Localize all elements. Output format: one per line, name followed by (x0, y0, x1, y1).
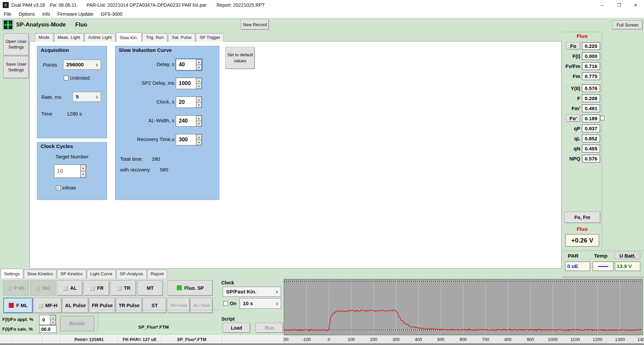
spin-down-icon[interactable]: ▼ (196, 102, 202, 108)
open-user-settings-button[interactable]: Open User Settings (3, 33, 29, 56)
view-tab-slow-kinetics[interactable]: Slow Kinetics (24, 270, 56, 278)
spin-buttons[interactable]: ▲▼ (196, 97, 202, 108)
recalc-button[interactable]: Recalc (60, 316, 94, 331)
sp2-delay-ms-input[interactable]: 1000▲▼ (176, 78, 202, 89)
fluo-signal-section: Fluo +0.26 V (562, 223, 602, 251)
tab-mode[interactable]: Mode (35, 33, 53, 42)
view-tab-settings[interactable]: Settings (1, 269, 23, 278)
spin-up-icon[interactable]: ▲ (50, 315, 56, 320)
fluo-row-fm: Fm'0.491 (562, 103, 602, 113)
fo-button[interactable]: Fo (566, 42, 580, 50)
infinite-checkbox[interactable]: ✓ (56, 186, 61, 190)
chevron-down-icon: ∨ (273, 289, 281, 294)
recovery-time-s-input[interactable]: 300▲▼ (176, 134, 202, 145)
mt-button[interactable]: MT (138, 280, 163, 296)
rate-dropdown[interactable]: 5 ∨ (72, 92, 101, 102)
fo-button[interactable]: Fo' (566, 115, 580, 122)
menu-gfs-3000[interactable]: GFS-3000 (97, 11, 126, 17)
script-run-button[interactable]: Run (256, 323, 283, 333)
fifo-calc-value: 00.0 (39, 325, 57, 333)
tab-meas-light[interactable]: Meas. Light (54, 33, 84, 42)
al-width-s-input[interactable]: 240▲▼ (176, 115, 202, 127)
view-tab-report[interactable]: Report (147, 270, 167, 278)
clock-s-row: Clock, s20▲▼ (115, 96, 219, 108)
minimize-button[interactable]: ─ (594, 0, 610, 10)
y-ii-value: 0.576 (582, 84, 600, 92)
al-width-s-label: AL-Width, s (148, 118, 174, 123)
fr-yield-label: FR+Yield (170, 303, 187, 307)
restore-button[interactable]: ❐ (610, 0, 627, 10)
mf-h-button[interactable]: MF-H (34, 298, 62, 313)
tab-trig-run[interactable]: Trig. Run (142, 33, 167, 42)
spin-down-icon[interactable]: ▼ (196, 140, 202, 145)
meters-section: PAR Temp U Batt. 0 uE 13.9 V (562, 251, 644, 277)
spin-down-icon[interactable]: ▼ (196, 65, 202, 70)
fluo-row-f-i: F(I)0.000 (562, 51, 602, 61)
spin-up-icon[interactable]: ▲ (196, 78, 202, 83)
view-tab-light-curve[interactable]: Light Curve (87, 270, 116, 278)
tr-button[interactable]: TR (111, 280, 136, 296)
fluorescence-curve (284, 310, 642, 331)
view-tab-sp-kinetics[interactable]: SP Kinetics (57, 270, 86, 278)
menu-info[interactable]: Info (39, 11, 54, 17)
spin-down-icon[interactable]: ▼ (196, 83, 202, 89)
spin-up-icon[interactable]: ▲ (196, 59, 202, 65)
tab-sat-pulse[interactable]: Sat. Pulse (168, 33, 195, 42)
fr-button[interactable]: FR (84, 280, 109, 296)
spin-buttons[interactable]: ▲▼ (196, 134, 202, 145)
status-cell-6: SP_Fluo*.FTM (162, 336, 222, 343)
menu-file[interactable]: File (0, 11, 15, 17)
full-screen-button[interactable]: Full Screen (612, 20, 643, 29)
f-ml-button[interactable]: F ML (3, 298, 33, 313)
fo-fm-button[interactable]: Fo, Fm (564, 212, 600, 223)
clock-mode-dropdown[interactable]: SP/Fast Kin. ∨ (223, 287, 281, 297)
infinite-checkbox-row: ✓ infinite (56, 185, 76, 191)
par-value: 0 uE (565, 262, 590, 271)
spin-up-icon[interactable]: ▲ (196, 97, 202, 102)
temp-value (593, 262, 613, 271)
spin-down-icon[interactable]: ▼ (50, 320, 56, 325)
spin-buttons[interactable]: ▲▼ (196, 116, 202, 126)
p-ml-label: P ML (14, 285, 25, 291)
tab-actinic-light[interactable]: Actinic Light (85, 33, 115, 42)
npq-value: 0.576 (582, 155, 600, 162)
al-pulse-button[interactable]: AL Pulse (62, 298, 89, 313)
tab-slow-kin[interactable]: Slow Kin. (116, 32, 142, 42)
clock-on-checkbox[interactable] (223, 301, 228, 306)
f-ml-indicator-icon (9, 303, 14, 308)
points-dropdown[interactable]: 256000 ∨ (63, 60, 101, 70)
menu-firmware-update[interactable]: Firmware Update (54, 11, 97, 17)
clover-icon (4, 20, 12, 29)
bottom-edge (0, 343, 644, 345)
spin-up-icon[interactable]: ▲ (80, 165, 86, 171)
set-default-values-button[interactable]: Set to default values (225, 47, 255, 69)
fluo-sp-button[interactable]: Fluo. SP (168, 280, 213, 296)
points-label: Points (43, 62, 57, 68)
tab-sp-trigger[interactable]: SP Trigger (196, 33, 224, 42)
clock-s-input[interactable]: 20▲▼ (176, 96, 202, 108)
acquisition-panel: Acquisition Points 256000 ∨ Unlimited Ra… (37, 46, 107, 138)
sp-analysis-mode-icon-button[interactable] (3, 19, 13, 30)
unlimited-checkbox[interactable] (64, 76, 68, 80)
target-number-spinner[interactable]: ▲▼ (80, 165, 86, 178)
view-tab-sp-analysis[interactable]: SP-Analysis (116, 270, 147, 278)
spin-up-icon[interactable]: ▲ (196, 116, 202, 121)
fifo-appl-input[interactable]: 0 ▲▼ (39, 315, 56, 325)
menu-options[interactable]: Options (15, 11, 39, 17)
fifo-appl-spinner[interactable]: ▲▼ (50, 315, 56, 325)
fo-checkbox[interactable] (600, 116, 604, 120)
delay-s-input[interactable]: 40▲▼ (176, 59, 202, 70)
new-record-button[interactable]: New Record (241, 19, 269, 30)
clock-interval-dropdown[interactable]: 10 s ∨ (239, 298, 281, 309)
spin-buttons[interactable]: ▲▼ (196, 78, 202, 89)
spin-down-icon[interactable]: ▼ (80, 171, 86, 178)
spin-buttons[interactable]: ▲▼ (196, 59, 202, 70)
save-user-settings-button[interactable]: Save User Settings (3, 56, 29, 78)
al-button[interactable]: AL (57, 280, 83, 296)
close-button[interactable]: ✕ (627, 0, 644, 10)
script-load-button[interactable]: Load (223, 323, 250, 333)
mode-title: SP-Analysis-Mode (16, 21, 66, 28)
spin-up-icon[interactable]: ▲ (196, 134, 202, 140)
spin-down-icon[interactable]: ▼ (196, 121, 202, 126)
target-number-input[interactable]: 10 ▲▼ (54, 164, 86, 178)
